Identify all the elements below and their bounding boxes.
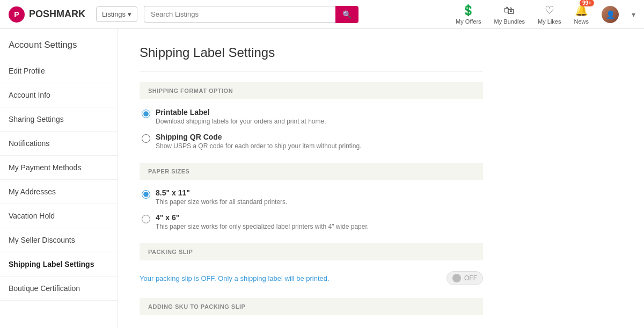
paper-size-options: 8.5" x 11" This paper size works for all… [140,188,483,230]
4x6-text: 4" x 6" [156,213,369,222]
4x6-radio[interactable] [142,215,150,223]
shipping-qr-code-content: Shipping QR Code Show USPS a QR code for… [156,133,362,150]
sidebar-item-account-info[interactable]: Account Info [0,83,118,107]
user-avatar[interactable]: 👤 [602,6,619,23]
printable-label-text: Printable Label [156,108,326,117]
main-content: Shipping Label Settings SHIPPING FORMAT … [118,29,644,327]
paper-sizes-section-header: PAPER SIZES [140,163,483,180]
packing-text-after: . Only a shipping label will be printed. [214,274,330,282]
my-likes-icon: ♡ [545,4,554,17]
navbar: P POSHMARK Listings ▾ 🔍 💲 My Offers 🛍 My… [0,0,644,29]
option-printable-label: Printable Label Download shipping labels… [140,108,483,125]
nav-item-my-bundles[interactable]: 🛍 My Bundles [494,4,525,25]
my-bundles-icon: 🛍 [504,4,515,17]
title-divider [140,71,483,71]
sidebar-item-my-seller-discounts[interactable]: My Seller Discounts [0,228,118,252]
chevron-down-icon[interactable]: ▾ [632,10,635,19]
sidebar-item-shipping-label-settings[interactable]: Shipping Label Settings [0,252,118,277]
page-title: Shipping Label Settings [140,45,483,60]
nav-item-my-offers[interactable]: 💲 My Offers [456,4,481,25]
printable-label-content: Printable Label Download shipping labels… [156,108,326,125]
shipping-format-section-header: SHIPPING FORMAT OPTION [140,82,483,99]
8-5x11-radio[interactable] [142,190,150,199]
option-4x6: 4" x 6" This paper size works for only s… [140,213,483,230]
packing-status-word: OFF [201,274,214,282]
shipping-qr-code-radio[interactable] [142,134,150,143]
nav-item-my-likes[interactable]: ♡ My Likes [538,4,561,25]
sidebar-item-my-addresses[interactable]: My Addresses [0,180,118,204]
my-offers-icon: 💲 [462,4,475,17]
8-5x11-content: 8.5" x 11" This paper size works for all… [156,188,287,206]
sidebar-title: Account Settings [0,40,118,59]
printable-label-radio[interactable] [142,110,150,118]
listings-label: Listings [102,10,126,18]
shipping-qr-code-text: Shipping QR Code [156,133,362,141]
toggle-label: OFF [464,274,477,282]
content-card: Shipping Label Settings SHIPPING FORMAT … [140,45,483,315]
search-icon: 🔍 [342,10,352,19]
page-layout: Account Settings Edit Profile Account In… [0,29,644,327]
8-5x11-desc: This paper size works for all standard p… [156,198,287,206]
nav-right: 💲 My Offers 🛍 My Bundles ♡ My Likes 🔔 99… [456,4,635,25]
sidebar-item-notifications[interactable]: Notifications [0,132,118,156]
sidebar-item-sharing-settings[interactable]: Sharing Settings [0,107,118,132]
my-offers-label: My Offers [456,18,481,25]
option-shipping-qr-code: Shipping QR Code Show USPS a QR code for… [140,133,483,150]
shipping-format-options: Printable Label Download shipping labels… [140,108,483,150]
my-bundles-label: My Bundles [494,18,525,25]
sidebar-item-my-payment-methods[interactable]: My Payment Methods [0,156,118,180]
adding-sku-section-header: ADDING SKU TO PACKING SLIP [140,298,483,315]
chevron-down-icon: ▾ [128,10,131,18]
search-input[interactable] [144,6,335,23]
sidebar-item-boutique-certification[interactable]: Boutique Certification [0,277,118,301]
sidebar: Account Settings Edit Profile Account In… [0,29,118,327]
packing-slip-row: Your packing slip is OFF. Only a shippin… [140,269,483,287]
sidebar-item-vacation-hold[interactable]: Vacation Hold [0,204,118,228]
shipping-qr-code-desc: Show USPS a QR code for each order to sh… [156,142,362,150]
packing-slip-toggle[interactable]: OFF [447,271,483,285]
logo-icon: P [9,6,25,23]
8-5x11-text: 8.5" x 11" [156,188,287,197]
avatar-image: 👤 [602,6,619,23]
nav-item-news[interactable]: 🔔 99+ News [574,4,589,25]
news-badge: 99+ [580,0,594,6]
packing-slip-section-header: PACKING SLIP [140,243,483,260]
printable-label-desc: Download shipping labels for your orders… [156,118,326,125]
packing-slip-text: Your packing slip is OFF. Only a shippin… [140,274,330,282]
my-likes-label: My Likes [538,18,561,25]
sidebar-item-edit-profile[interactable]: Edit Profile [0,59,118,83]
brand-name: POSHMARK [29,9,85,20]
4x6-content: 4" x 6" This paper size works for only s… [156,213,369,230]
packing-text-before: Your packing slip is [140,274,201,282]
listings-dropdown[interactable]: Listings ▾ [96,6,137,22]
search-button[interactable]: 🔍 [335,6,358,23]
news-label: News [574,18,589,25]
search-bar: 🔍 [144,6,358,23]
4x6-desc: This paper size works for only specializ… [156,223,369,230]
option-8-5x11: 8.5" x 11" This paper size works for all… [140,188,483,206]
logo-link[interactable]: P POSHMARK [9,6,85,23]
toggle-knob [452,274,461,282]
